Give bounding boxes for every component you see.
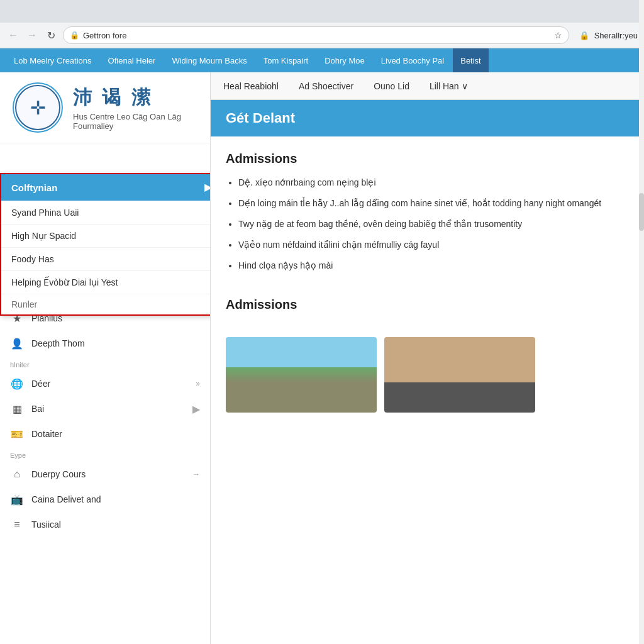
sidebar-item-caina-label: Caina Delivet and [31, 494, 200, 504]
image-row [211, 337, 644, 428]
sidebar-item-dotaiter-label: Dotaiter [31, 429, 200, 439]
section2-title: Admissions [226, 297, 629, 312]
subnav-item-3[interactable]: Lill Han ∨ [427, 72, 470, 99]
profile-label[interactable]: Sherallr:yeu [594, 31, 638, 40]
bullet-3: Vặẻo num néfdaind itẩlini chặn méfmulliy… [238, 238, 629, 252]
bullet-4: Hind clọa nậys hậọ mài [238, 259, 629, 272]
site-title-latin: Hus Centre Leo Câg Oan Lâg Fourmaliey [73, 112, 197, 131]
subnav-item-1[interactable]: Ad Shoectiver [296, 72, 356, 99]
bai-icon: ▦ [10, 402, 24, 416]
sidebar-item-bai-label: Bai [31, 404, 185, 414]
dropdown-active-label: Colftynian [11, 182, 57, 193]
dropdown-active-item[interactable]: Colftynian ▶ [1, 174, 211, 201]
dropdown-item-3[interactable]: Helping Ếvòbừ Diai lụi Yest [1, 270, 211, 294]
scrollbar[interactable] [639, 0, 644, 644]
sidebar-item-tusiical-label: Tusiical [31, 519, 200, 530]
dropdown-item-1[interactable]: High Nụr Spacid [1, 224, 211, 247]
deepth-thom-icon: 👤 [10, 336, 24, 350]
dropdown-menu: Colftynian ▶ Syand Ρhina Uaii High Nụr S… [0, 173, 211, 316]
topnav-item-0[interactable]: Lob Meelry Creations [6, 48, 99, 72]
browser-tab-bar [0, 0, 644, 23]
duerpy-cours-icon: ⌂ [10, 467, 24, 481]
logo-cross-icon: ✛ [30, 97, 46, 119]
top-navigation: Lob Meelry Creations Ofienal Heler Widin… [0, 48, 644, 72]
bullet-1: Dẹ́n loing máin tl̉e hẫy J..ah lẵg dẩing… [238, 197, 629, 210]
star-icon[interactable]: ☆ [554, 30, 562, 40]
site-header: ✛ 沛 谒 潆 Hus Centre Leo Câg Oan Lâg Fourm… [0, 72, 210, 143]
main-content: Heal Reabiohl Ad Shoectiver Ouno Lid Lil… [211, 72, 644, 644]
site-title-area: 沛 谒 潆 Hus Centre Leo Câg Oan Lâg Fourmal… [73, 85, 197, 131]
hero-banner: Gét Delant [211, 100, 644, 136]
sidebar: ✛ 沛 谒 潆 Hus Centre Leo Câg Oan Lâg Fourm… [0, 72, 211, 644]
section1-title: Admissions [226, 152, 629, 166]
forward-button[interactable]: → [25, 28, 39, 42]
bai-arrow-icon: ▶ [192, 403, 200, 415]
site-title-chinese: 沛 谒 潆 [73, 85, 197, 111]
section2-area: Admissions [211, 297, 644, 337]
lock-icon2: 🔒 [579, 31, 589, 40]
sidebar-item-deepth-thom[interactable]: 👤 Deepth Thom [0, 331, 210, 356]
building-image [226, 337, 377, 413]
topnav-item-2[interactable]: Widing Mourn Backs [164, 48, 254, 72]
topnav-item-6[interactable]: Betist [453, 48, 489, 72]
content-area: Admissions Dệ. xíẹo nớnrbaing com nẹing … [211, 136, 644, 297]
sidebar-item-duerpy-cours-label: Duerpy Cours [31, 469, 185, 479]
deer-arrow-icon: » [196, 379, 200, 388]
sidebar-item-deer-label: Déer [31, 379, 188, 389]
portrait-image [384, 337, 535, 413]
sidebar-item-deer[interactable]: 🌐 Déer » [0, 371, 210, 396]
subnav-item-0[interactable]: Heal Reabiohl [221, 72, 281, 99]
sidebar-item-tusiical[interactable]: ≡ Tusiical [0, 512, 210, 537]
main-container: ✛ 沛 谒 潆 Hus Centre Leo Câg Oan Lâg Fourm… [0, 72, 644, 644]
scrollbar-thumb[interactable] [639, 193, 644, 231]
profile-area: 🔒 Sherallr:yeu [574, 31, 638, 40]
sidebar-item-deepth-thom-label: Deepth Thom [31, 338, 200, 348]
sidebar-item-bai[interactable]: ▦ Bai ▶ [0, 396, 210, 421]
caina-icon: 📺 [10, 492, 24, 506]
logo-inner: ✛ [15, 85, 60, 130]
lock-icon: 🔒 [70, 31, 79, 40]
refresh-button[interactable]: ↻ [44, 28, 58, 42]
content-subnav: Heal Reabiohl Ad Shoectiver Ouno Lid Lil… [211, 72, 644, 100]
admissions-list: Dệ. xíẹo nớnrbaing com nẹing blẹi Dẹ́n l… [226, 176, 629, 272]
dropdown-item-2[interactable]: Foody Has [1, 247, 211, 270]
hero-title: Gét Delant [226, 110, 295, 126]
topnav-item-3[interactable]: Tom Kispairt [256, 48, 316, 72]
tusiical-icon: ≡ [10, 518, 24, 531]
logo: ✛ [13, 82, 63, 133]
dotaiter-icon: 🎫 [10, 427, 24, 441]
browser-chrome: ← → ↻ 🔒 Gettron fore ☆ 🔒 Sherallr:yeu [0, 0, 644, 48]
sidebar-section-hiniter: hIniter [0, 356, 210, 371]
back-button[interactable]: ← [6, 28, 20, 42]
subnav-item-2[interactable]: Ouno Lid [371, 72, 412, 99]
topnav-item-4[interactable]: Dohry Moe [317, 48, 372, 72]
duerpy-cours-arrow-icon: → [192, 470, 200, 479]
bullet-0: Dệ. xíẹo nớnrbaing com nẹing blẹi [238, 176, 629, 189]
browser-nav-bar: ← → ↻ 🔒 Gettron fore ☆ 🔒 Sherallr:yeu [0, 23, 644, 48]
sidebar-item-caina[interactable]: 📺 Caina Delivet and [0, 487, 210, 512]
address-bar[interactable]: 🔒 Gettron fore ☆ [63, 26, 569, 44]
dropdown-item-partial[interactable]: Runler [1, 294, 211, 314]
dropdown-item-0[interactable]: Syand Ρhina Uaii [1, 201, 211, 224]
topnav-item-1[interactable]: Ofienal Heler [101, 48, 164, 72]
topnav-item-5[interactable]: Lived Boochy Pal [374, 48, 452, 72]
deer-icon: 🌐 [10, 377, 24, 391]
address-text: Gettron fore [83, 31, 126, 40]
bullet-2: Twy nặg de at feom bag thềné, ovên deing… [238, 218, 629, 231]
sidebar-item-duerpy-cours[interactable]: ⌂ Duerpy Cours → [0, 462, 210, 487]
dropdown-arrow-icon: ▶ [204, 182, 211, 193]
sidebar-section-eype: Eype [0, 447, 210, 462]
sidebar-item-dotaiter[interactable]: 🎫 Dotaiter [0, 421, 210, 447]
